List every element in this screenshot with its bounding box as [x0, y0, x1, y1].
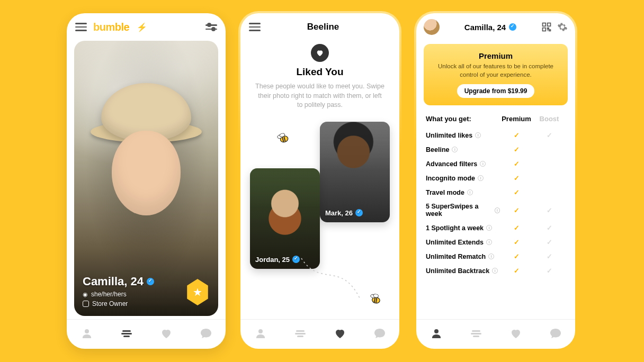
feature-row: 1 Spotlight a weeki✓✓	[416, 221, 575, 235]
feature-name: Travel mode	[426, 189, 464, 196]
star-icon: ★	[193, 286, 202, 298]
feature-row: Beelinei✓	[416, 142, 575, 157]
nav-profile-icon[interactable]	[80, 327, 93, 342]
svg-rect-15	[548, 23, 551, 26]
verified-icon	[509, 23, 516, 31]
premium-subtitle: Unlock all of our features to be in comp…	[430, 62, 561, 79]
bottom-nav	[416, 319, 575, 349]
screen-title: Beeline	[267, 22, 379, 32]
feature-name: Unlimited likes	[426, 132, 472, 139]
feature-name: 1 Spotlight a week	[426, 224, 484, 232]
info-icon[interactable]: i	[495, 207, 500, 213]
svg-rect-12	[295, 333, 306, 334]
liked-you-icon	[311, 44, 329, 62]
svg-rect-11	[296, 330, 305, 332]
nav-profile-icon[interactable]	[254, 327, 267, 342]
info-icon[interactable]: i	[467, 189, 473, 195]
info-icon[interactable]: i	[492, 268, 498, 274]
info-icon[interactable]: i	[486, 239, 492, 245]
screen-discover: bumble ⚡ Camilla, 24 ◉she/her/hers Store…	[67, 13, 226, 349]
feature-name: Unlimited Backtrack	[426, 267, 489, 275]
col-premium: Premium	[500, 115, 533, 123]
check-icon: ✓	[514, 146, 520, 153]
feature-row: Incognito modei✓	[416, 171, 575, 185]
bee-icon	[366, 293, 382, 305]
bottom-nav	[67, 319, 226, 349]
liked-card[interactable]: Jordan, 25	[250, 168, 320, 269]
nav-liked-icon[interactable]	[160, 327, 173, 342]
nav-chat-icon[interactable]	[373, 327, 386, 342]
bolt-icon: ⚡	[137, 22, 147, 32]
check-icon: ✓	[514, 253, 520, 260]
bee-trail	[299, 256, 362, 303]
check-icon: ✓	[547, 239, 552, 246]
nav-liked-icon[interactable]	[334, 327, 346, 342]
info-icon[interactable]: i	[475, 132, 481, 138]
info-icon[interactable]: i	[478, 175, 484, 181]
profile-occupation: Store Owner	[92, 300, 128, 307]
check-icon: ✓	[514, 175, 520, 182]
svg-rect-19	[471, 333, 481, 334]
check-icon: ✓	[514, 267, 520, 275]
menu-icon[interactable]	[75, 23, 87, 31]
screen-beeline: Beeline Liked You These people would lik…	[240, 13, 399, 349]
filters-icon[interactable]	[205, 24, 217, 29]
feature-row: Unlimited Backtracki✓✓	[416, 264, 575, 278]
feature-row: 5 SuperSwipes a weeki✓✓	[416, 200, 575, 221]
screen-premium: Camilla, 24 Premium Unlock all of our fe…	[416, 13, 575, 349]
nav-discover-icon[interactable]	[120, 327, 133, 342]
premium-title: Premium	[430, 51, 561, 60]
nav-chat-icon[interactable]	[200, 327, 212, 342]
check-icon: ✓	[514, 189, 520, 196]
header-name: Camilla, 24	[445, 23, 536, 32]
briefcase-icon	[83, 301, 89, 307]
premium-banner: Premium Unlock all of our features to be…	[424, 44, 568, 105]
qr-icon[interactable]	[541, 22, 552, 32]
info-icon[interactable]: i	[486, 225, 492, 231]
nav-liked-icon[interactable]	[509, 327, 522, 342]
check-icon: ✓	[514, 224, 520, 232]
check-icon: ✓	[514, 239, 520, 246]
check-icon: ✓	[547, 253, 552, 260]
liked-card-name: Jordan, 25	[255, 256, 290, 264]
feature-name: Incognito mode	[426, 175, 475, 182]
nav-discover-icon[interactable]	[470, 327, 482, 342]
feature-row: Unlimited Rematchi✓✓	[416, 249, 575, 264]
liked-cards-area: Mark, 26 Jordan, 25	[240, 110, 399, 320]
feature-row: Travel modei✓	[416, 185, 575, 200]
bottom-nav	[240, 319, 399, 349]
brand-logo: bumble	[93, 21, 129, 33]
liked-subtitle: These people would like to meet you. Swi…	[240, 82, 399, 110]
nav-profile-icon[interactable]	[430, 327, 443, 342]
svg-rect-16	[543, 28, 546, 31]
info-icon[interactable]: i	[452, 147, 458, 152]
liked-card-name: Mark, 26	[325, 209, 353, 217]
liked-card[interactable]: Mark, 26	[320, 122, 390, 222]
verified-icon	[355, 209, 363, 216]
info-icon[interactable]: i	[480, 161, 486, 167]
svg-rect-3	[123, 336, 130, 337]
avatar[interactable]	[424, 19, 440, 35]
gear-icon[interactable]	[557, 22, 568, 32]
feature-list: Unlimited likesi✓✓Beelinei✓Advanced filt…	[416, 128, 575, 319]
profile-card[interactable]: Camilla, 24 ◉she/her/hers Store Owner ★	[74, 41, 218, 316]
col-boost: Boost	[533, 115, 566, 123]
menu-icon[interactable]	[249, 23, 261, 31]
svg-rect-14	[543, 23, 546, 26]
verified-icon	[147, 278, 154, 285]
liked-heading: Liked You	[240, 66, 399, 78]
profile-name: Camilla, 24	[83, 275, 144, 288]
svg-point-0	[85, 329, 89, 333]
feature-row: Unlimited Extendsi✓✓	[416, 235, 575, 249]
topbar: bumble ⚡	[67, 13, 226, 41]
nav-discover-icon[interactable]	[294, 327, 307, 342]
check-icon: ✓	[514, 207, 520, 214]
upgrade-button[interactable]: Upgrade from $19.99	[457, 84, 535, 98]
feature-table-head: What you get: Premium Boost	[416, 112, 575, 128]
feature-name: Beeline	[426, 146, 449, 153]
nav-chat-icon[interactable]	[549, 327, 562, 342]
check-icon: ✓	[514, 132, 520, 139]
svg-rect-18	[472, 330, 480, 332]
info-icon[interactable]: i	[488, 254, 494, 259]
check-icon: ✓	[547, 224, 552, 232]
